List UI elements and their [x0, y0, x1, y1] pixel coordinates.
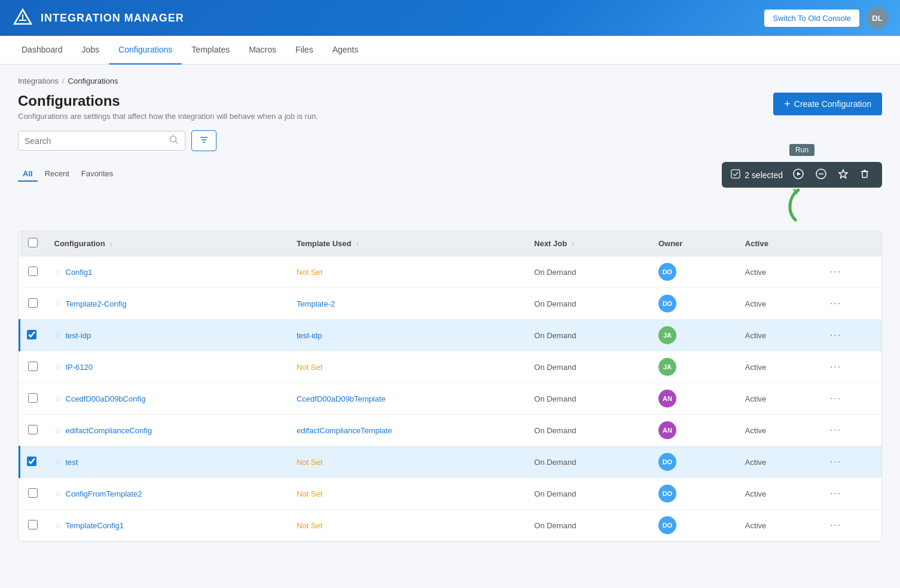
config-name-link[interactable]: ConfigFromTemplate2 — [66, 489, 142, 498]
filter-button[interactable] — [191, 130, 216, 151]
config-name-link[interactable]: IP-6120 — [66, 363, 93, 372]
more-options-button[interactable]: ··· — [830, 330, 841, 340]
star-icon[interactable]: ☆ — [54, 362, 62, 372]
row-checkbox[interactable] — [28, 267, 38, 276]
nav-macros[interactable]: Macros — [239, 36, 286, 65]
create-configuration-button[interactable]: + Create Configuration — [773, 93, 882, 115]
next-job-value: On Demand — [534, 268, 576, 277]
select-all-checkbox[interactable] — [28, 238, 38, 247]
row-checkbox[interactable] — [28, 520, 38, 529]
col-actions — [822, 231, 881, 256]
row-checkbox[interactable] — [28, 425, 38, 434]
config-name-link[interactable]: Template2-Config — [66, 299, 127, 308]
row-checkbox[interactable] — [28, 362, 38, 371]
row-checkbox[interactable] — [28, 298, 38, 308]
more-options-button[interactable]: ··· — [830, 457, 841, 467]
config-name-link[interactable]: TemplateConfig1 — [66, 521, 124, 530]
main-content: Integrations / Configurations Configurat… — [0, 65, 900, 553]
owner-avatar: JA — [658, 326, 676, 344]
more-options-button[interactable]: ··· — [830, 362, 841, 372]
row-checkbox[interactable] — [27, 457, 36, 466]
more-options-button[interactable]: ··· — [830, 520, 841, 530]
active-status: Active — [745, 268, 766, 277]
row-checkbox[interactable] — [28, 488, 38, 498]
row-checkbox[interactable] — [28, 393, 38, 403]
configurations-table: Configuration ↕ Template Used ↕ Next Job… — [18, 231, 882, 541]
svg-marker-10 — [797, 172, 801, 176]
template-not-set: Not Set — [297, 489, 322, 498]
star-icon[interactable]: ☆ — [54, 330, 62, 340]
active-status: Active — [745, 363, 766, 372]
sort-icon-template[interactable]: ↕ — [356, 240, 359, 247]
active-status: Active — [745, 458, 766, 467]
more-options-button[interactable]: ··· — [830, 393, 841, 403]
tab-recent[interactable]: Recent — [40, 167, 74, 182]
nav-templates[interactable]: Templates — [182, 36, 239, 65]
arrow-indicator — [18, 184, 882, 226]
star-icon[interactable]: ☆ — [54, 489, 62, 498]
template-link[interactable]: test-idp — [297, 331, 322, 340]
star-icon[interactable]: ☆ — [54, 425, 62, 435]
config-name-link[interactable]: test — [66, 458, 78, 467]
run-button[interactable] — [789, 166, 808, 184]
template-link[interactable]: edifactComplianceTemplate — [297, 426, 392, 435]
config-name-link[interactable]: test-idp — [66, 331, 91, 340]
template-not-set: Not Set — [297, 458, 322, 467]
active-status: Active — [745, 426, 766, 435]
sort-icon-next-job[interactable]: ↕ — [572, 240, 575, 247]
play-icon — [792, 168, 804, 182]
table-row: ☆ edifactComplianceConfig edifactComplia… — [20, 415, 882, 446]
delete-toolbar-button[interactable] — [856, 166, 874, 183]
star-icon[interactable]: ☆ — [54, 267, 62, 277]
table-row: ☆ test-idp test-idp On Demand JA Active … — [20, 320, 882, 351]
owner-avatar: DO — [658, 516, 676, 534]
breadcrumb-parent[interactable]: Integrations — [18, 76, 59, 85]
table-row: ☆ IP-6120 Not Set On Demand JA Active ··… — [20, 351, 882, 383]
filter-icon — [199, 135, 209, 146]
next-job-value: On Demand — [534, 363, 576, 372]
more-options-button[interactable]: ··· — [830, 267, 841, 277]
active-status: Active — [745, 394, 766, 403]
star-icon[interactable]: ☆ — [54, 394, 62, 403]
tab-all[interactable]: All — [18, 167, 38, 182]
favorite-toolbar-button[interactable] — [834, 166, 852, 183]
config-name-link[interactable]: CcedfD00aD09bConfig — [66, 394, 146, 403]
star-icon[interactable]: ☆ — [54, 457, 62, 467]
search-input[interactable] — [25, 136, 166, 146]
svg-marker-13 — [839, 170, 847, 178]
more-options-button[interactable]: ··· — [830, 488, 841, 498]
sort-icon-configuration[interactable]: ↕ — [109, 240, 113, 247]
nav-configurations[interactable]: Configurations — [109, 36, 182, 65]
row-checkbox[interactable] — [27, 330, 36, 339]
star-icon[interactable]: ☆ — [54, 520, 62, 530]
logo-icon — [12, 7, 33, 29]
header-left: INTEGRATION MANAGER — [12, 7, 184, 29]
tab-favorites[interactable]: Favorites — [77, 167, 118, 182]
template-link[interactable]: CcedfD00aD09bTemplate — [297, 394, 386, 403]
nav-agents[interactable]: Agents — [323, 36, 368, 65]
star-toolbar-icon — [838, 169, 849, 181]
page-title: Configurations — [18, 93, 318, 109]
user-avatar[interactable]: DL — [867, 7, 888, 29]
nav-dashboard[interactable]: Dashboard — [12, 36, 72, 65]
col-active: Active — [737, 231, 822, 256]
disable-button[interactable] — [811, 166, 831, 184]
active-status: Active — [745, 521, 766, 530]
nav-jobs[interactable]: Jobs — [72, 36, 109, 65]
nav-files[interactable]: Files — [286, 36, 323, 65]
tabs-action-row: All Recent Favorites Run 2 selected — [18, 161, 882, 188]
more-options-button[interactable]: ··· — [830, 298, 841, 308]
switch-old-console-button[interactable]: Switch To Old Console — [764, 10, 859, 27]
star-icon[interactable]: ☆ — [54, 299, 62, 308]
template-link[interactable]: Template-2 — [297, 299, 335, 308]
svg-rect-14 — [862, 172, 867, 177]
config-name-link[interactable]: edifactComplianceConfig — [66, 426, 152, 435]
create-btn-label: Create Configuration — [794, 99, 871, 109]
config-name-link[interactable]: Config1 — [66, 268, 93, 277]
next-job-value: On Demand — [534, 521, 576, 530]
owner-avatar: DO — [658, 263, 676, 281]
owner-avatar: AN — [658, 421, 676, 439]
more-options-button[interactable]: ··· — [830, 425, 841, 435]
table-row: ☆ Template2-Config Template-2 On Demand … — [20, 288, 882, 320]
active-status: Active — [745, 331, 766, 340]
